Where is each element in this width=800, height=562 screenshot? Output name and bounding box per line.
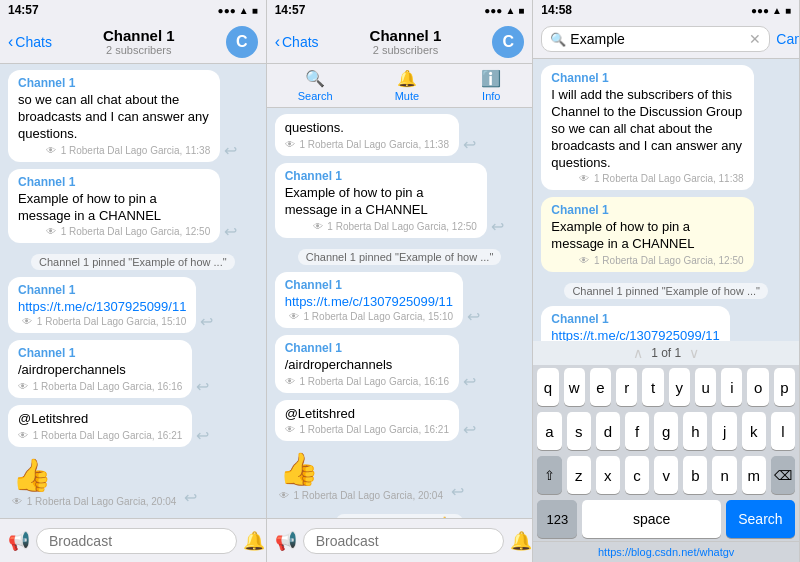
key-s[interactable]: s: [567, 412, 591, 450]
msg-row: @Letitshred 👁 1 Roberta Dal Lago Garcia,…: [275, 400, 525, 446]
msg-link[interactable]: https://t.me/c/1307925099/11: [551, 328, 719, 341]
msg-text: /airdroperchannels: [18, 362, 182, 379]
emoji-text: 👍: [279, 450, 443, 488]
broadcast-input[interactable]: [36, 528, 237, 554]
key-d[interactable]: d: [596, 412, 620, 450]
back-label-1: Chats: [15, 34, 52, 50]
key-t[interactable]: t: [642, 368, 663, 406]
msg-row: Channel 1 https://t.me/c/1307925099/11 👁…: [541, 306, 791, 341]
msg-channel-name: Channel 1: [285, 341, 449, 355]
msg-channel-name: Channel 1: [285, 169, 477, 183]
emoji-bubble: 👍 👁 1 Roberta Dal Lago Garcia, 20:04: [275, 448, 447, 503]
msg-meta: 👁 1 Roberta Dal Lago Garcia, 20:04: [12, 496, 176, 507]
url-bar: https://blog.csdn.net/whatgv: [533, 541, 799, 562]
forward-icon: ↩: [451, 482, 464, 501]
key-r[interactable]: r: [616, 368, 637, 406]
key-numbers[interactable]: 123: [537, 500, 577, 538]
msg-text: I will add the subscribers of this Chann…: [551, 87, 743, 171]
forward-icon: ↩: [184, 488, 197, 507]
key-c[interactable]: c: [625, 456, 649, 494]
status-bar-1: 14:57 ●●● ▲ ■: [0, 0, 266, 20]
signal-icon-3: ●●●: [751, 5, 769, 16]
pagination-bar: ∧ 1 of 1 ∨: [533, 341, 799, 365]
key-space[interactable]: space: [582, 500, 720, 538]
toolbar-2: 🔍 Search 🔔 Mute ℹ️ Info: [267, 64, 533, 108]
messages-area-3[interactable]: Channel 1 I will add the subscribers of …: [533, 59, 799, 341]
back-button-1[interactable]: ‹ Chats: [8, 33, 52, 51]
key-p[interactable]: p: [774, 368, 795, 406]
avatar-1[interactable]: C: [226, 26, 258, 58]
msg-channel-name: Channel 1: [18, 283, 186, 297]
toolbar-mute[interactable]: 🔔 Mute: [395, 69, 419, 102]
forward-icon: ↩: [463, 135, 476, 154]
key-f[interactable]: f: [625, 412, 649, 450]
key-x[interactable]: x: [596, 456, 620, 494]
avatar-2[interactable]: C: [492, 26, 524, 58]
msg-row: Channel 1 I will add the subscribers of …: [541, 65, 791, 194]
msg-text: Example of how to pin a message in a CHA…: [18, 191, 210, 225]
panel-1: 14:57 ●●● ▲ ■ ‹ Chats Channel 1 2 subscr…: [0, 0, 267, 562]
key-y[interactable]: y: [669, 368, 690, 406]
key-u[interactable]: u: [695, 368, 716, 406]
msg-text: /airdroperchannels: [285, 357, 449, 374]
battery-icon-2: ■: [518, 5, 524, 16]
bell-icon[interactable]: 🔔: [243, 530, 265, 552]
bell-icon-2[interactable]: 🔔: [510, 530, 532, 552]
messages-area-2[interactable]: questions. 👁 1 Roberta Dal Lago Garcia, …: [267, 108, 533, 518]
msg-row: 👍 👁 1 Roberta Dal Lago Garcia, 20:04 ↩: [8, 454, 258, 513]
keyboard: q w e r t y u i o p a s d f g h j k l ⇧ …: [533, 365, 799, 541]
msg-meta: 👁 1 Roberta Dal Lago Garcia, 16:21: [18, 430, 182, 441]
toolbar-search[interactable]: 🔍 Search: [298, 69, 333, 102]
msg-bubble: Channel 1 https://t.me/c/1307925099/11 👁…: [8, 277, 196, 333]
back-button-2[interactable]: ‹ Chats: [275, 33, 319, 51]
keyboard-row-3: ⇧ z x c v b n m ⌫: [533, 453, 799, 497]
msg-bubble: Channel 1 Example of how to pin a messag…: [275, 163, 487, 238]
forward-icon: ↩: [224, 222, 237, 241]
system-message: Channel 1 pinned "Example of how ...": [298, 249, 502, 265]
msg-meta: 👁 1 Roberta Dal Lago Garcia, 16:21: [285, 424, 449, 435]
sys-msg-wrap: Channel 1 pinned "Example of how ...": [541, 279, 791, 303]
search-input[interactable]: [570, 31, 745, 47]
msg-channel-name: Channel 1: [18, 76, 210, 90]
clear-icon[interactable]: ✕: [749, 31, 761, 47]
key-j[interactable]: j: [712, 412, 736, 450]
panel-2: 14:57 ●●● ▲ ■ ‹ Chats Channel 1 2 subscr…: [267, 0, 534, 562]
msg-bubble: Channel 1 Example of how to pin a messag…: [8, 169, 220, 244]
key-m[interactable]: m: [742, 456, 766, 494]
key-shift[interactable]: ⇧: [537, 456, 561, 494]
system-message: Channel 1 pinned "Example of how ...": [31, 254, 235, 270]
msg-bubble: Channel 1 I will add the subscribers of …: [541, 65, 753, 190]
keyboard-row-4: 123 space Search: [533, 497, 799, 541]
forward-icon: ↩: [467, 307, 480, 326]
toolbar-info[interactable]: ℹ️ Info: [481, 69, 501, 102]
key-e[interactable]: e: [590, 368, 611, 406]
key-w[interactable]: w: [564, 368, 585, 406]
next-result-button[interactable]: ∨: [689, 345, 699, 361]
key-search[interactable]: Search: [726, 500, 795, 538]
key-a[interactable]: a: [537, 412, 561, 450]
key-v[interactable]: v: [654, 456, 678, 494]
forward-icon: ↩: [491, 217, 504, 236]
msg-link[interactable]: https://t.me/c/1307925099/11: [18, 299, 186, 314]
msg-link[interactable]: https://t.me/c/1307925099/11: [285, 294, 453, 309]
key-l[interactable]: l: [771, 412, 795, 450]
messages-area-1[interactable]: Channel 1 so we can all chat about the b…: [0, 64, 266, 518]
key-g[interactable]: g: [654, 412, 678, 450]
key-o[interactable]: o: [747, 368, 768, 406]
key-b[interactable]: b: [683, 456, 707, 494]
prev-result-button[interactable]: ∧: [633, 345, 643, 361]
msg-bubble: Channel 1 Example of how to pin a messag…: [541, 197, 753, 272]
msg-channel-name: Channel 1: [18, 346, 182, 360]
status-bar-3: 14:58 ●●● ▲ ■: [533, 0, 799, 20]
key-k[interactable]: k: [742, 412, 766, 450]
key-delete[interactable]: ⌫: [771, 456, 795, 494]
broadcast-input-2[interactable]: [303, 528, 504, 554]
time-3: 14:58: [541, 3, 572, 17]
search-bar: 🔍 ✕ Cancel: [533, 20, 799, 59]
key-q[interactable]: q: [537, 368, 558, 406]
key-z[interactable]: z: [567, 456, 591, 494]
cancel-button[interactable]: Cancel: [776, 31, 800, 47]
key-n[interactable]: n: [712, 456, 736, 494]
key-h[interactable]: h: [683, 412, 707, 450]
key-i[interactable]: i: [721, 368, 742, 406]
